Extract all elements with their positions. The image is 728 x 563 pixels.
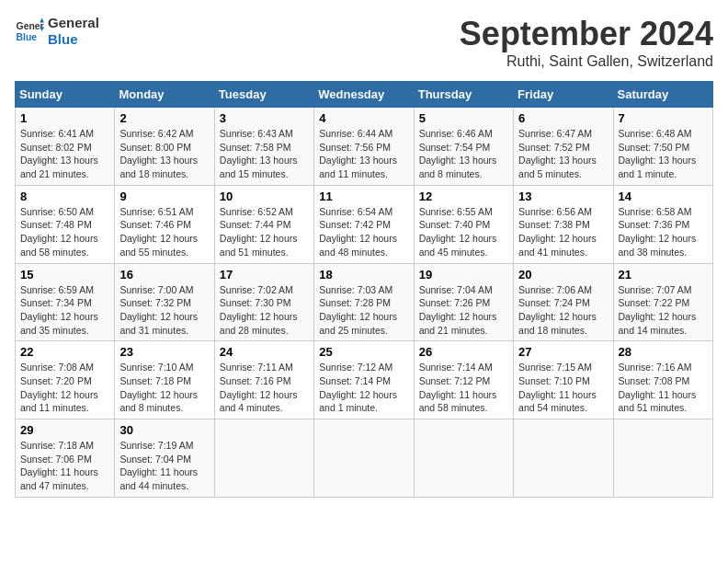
week-row-5: 29Sunrise: 7:18 AM Sunset: 7:06 PM Dayli… bbox=[16, 419, 713, 498]
week-row-3: 15Sunrise: 6:59 AM Sunset: 7:34 PM Dayli… bbox=[16, 263, 713, 341]
day-number: 6 bbox=[518, 111, 608, 125]
calendar-cell: 29Sunrise: 7:18 AM Sunset: 7:06 PM Dayli… bbox=[16, 419, 115, 498]
day-number: 8 bbox=[20, 190, 109, 203]
day-number: 27 bbox=[518, 345, 608, 359]
calendar-cell: 4Sunrise: 6:44 AM Sunset: 7:56 PM Daylig… bbox=[314, 108, 414, 186]
day-number: 29 bbox=[20, 423, 109, 437]
day-info: Sunrise: 6:46 AM Sunset: 7:54 PM Dayligh… bbox=[419, 127, 508, 181]
calendar-cell: 8Sunrise: 6:50 AM Sunset: 7:48 PM Daylig… bbox=[16, 185, 115, 263]
calendar-cell bbox=[514, 419, 613, 498]
day-info: Sunrise: 7:07 AM Sunset: 7:22 PM Dayligh… bbox=[619, 283, 708, 338]
day-info: Sunrise: 7:15 AM Sunset: 7:10 PM Dayligh… bbox=[518, 361, 608, 415]
day-number: 15 bbox=[20, 268, 109, 282]
day-number: 3 bbox=[220, 111, 309, 125]
day-info: Sunrise: 7:11 AM Sunset: 7:16 PM Dayligh… bbox=[220, 361, 309, 415]
calendar-cell: 25Sunrise: 7:12 AM Sunset: 7:14 PM Dayli… bbox=[314, 341, 414, 419]
calendar-cell bbox=[613, 419, 712, 498]
day-info: Sunrise: 6:48 AM Sunset: 7:50 PM Dayligh… bbox=[619, 127, 708, 181]
header-cell-thursday: Thursday bbox=[414, 82, 513, 108]
calendar-cell: 7Sunrise: 6:48 AM Sunset: 7:50 PM Daylig… bbox=[613, 108, 712, 186]
header: General Blue General Blue September 2024… bbox=[15, 15, 713, 70]
day-number: 4 bbox=[319, 111, 408, 125]
header-cell-saturday: Saturday bbox=[613, 82, 712, 108]
day-info: Sunrise: 7:04 AM Sunset: 7:26 PM Dayligh… bbox=[419, 283, 508, 338]
day-number: 11 bbox=[319, 190, 408, 203]
day-info: Sunrise: 7:10 AM Sunset: 7:18 PM Dayligh… bbox=[119, 361, 209, 415]
day-number: 28 bbox=[619, 345, 708, 359]
calendar-cell: 20Sunrise: 7:06 AM Sunset: 7:24 PM Dayli… bbox=[514, 263, 613, 341]
day-info: Sunrise: 7:00 AM Sunset: 7:32 PM Dayligh… bbox=[119, 283, 209, 338]
calendar-cell: 2Sunrise: 6:42 AM Sunset: 8:00 PM Daylig… bbox=[115, 108, 214, 186]
logo-line2: Blue bbox=[48, 31, 99, 48]
calendar-cell: 5Sunrise: 6:46 AM Sunset: 7:54 PM Daylig… bbox=[414, 108, 513, 186]
logo-icon: General Blue bbox=[15, 17, 44, 46]
svg-text:General: General bbox=[17, 21, 44, 31]
day-info: Sunrise: 6:59 AM Sunset: 7:34 PM Dayligh… bbox=[20, 283, 109, 338]
day-info: Sunrise: 7:08 AM Sunset: 7:20 PM Dayligh… bbox=[20, 361, 109, 415]
day-number: 7 bbox=[619, 111, 708, 125]
day-number: 20 bbox=[518, 268, 608, 282]
calendar-cell: 13Sunrise: 6:56 AM Sunset: 7:38 PM Dayli… bbox=[514, 185, 613, 263]
week-row-2: 8Sunrise: 6:50 AM Sunset: 7:48 PM Daylig… bbox=[16, 185, 713, 263]
calendar-cell: 30Sunrise: 7:19 AM Sunset: 7:04 PM Dayli… bbox=[115, 419, 214, 498]
calendar-cell: 17Sunrise: 7:02 AM Sunset: 7:30 PM Dayli… bbox=[214, 263, 313, 341]
title-block: September 2024 Ruthi, Saint Gallen, Swit… bbox=[460, 15, 713, 70]
day-number: 16 bbox=[119, 268, 209, 282]
day-number: 18 bbox=[319, 268, 408, 282]
day-info: Sunrise: 6:55 AM Sunset: 7:40 PM Dayligh… bbox=[419, 205, 508, 259]
header-cell-tuesday: Tuesday bbox=[214, 82, 313, 108]
day-info: Sunrise: 7:16 AM Sunset: 7:08 PM Dayligh… bbox=[619, 361, 708, 415]
logo: General Blue General Blue bbox=[15, 15, 99, 48]
calendar-cell: 15Sunrise: 6:59 AM Sunset: 7:34 PM Dayli… bbox=[16, 263, 115, 341]
header-cell-sunday: Sunday bbox=[16, 82, 115, 108]
day-number: 17 bbox=[220, 268, 309, 282]
calendar-cell: 23Sunrise: 7:10 AM Sunset: 7:18 PM Dayli… bbox=[115, 341, 214, 419]
day-info: Sunrise: 7:12 AM Sunset: 7:14 PM Dayligh… bbox=[319, 361, 408, 415]
calendar-cell: 6Sunrise: 6:47 AM Sunset: 7:52 PM Daylig… bbox=[514, 108, 613, 186]
day-number: 12 bbox=[419, 190, 508, 203]
calendar-cell: 14Sunrise: 6:58 AM Sunset: 7:36 PM Dayli… bbox=[613, 185, 712, 263]
day-number: 1 bbox=[20, 111, 109, 125]
day-number: 21 bbox=[619, 268, 708, 282]
calendar-cell: 11Sunrise: 6:54 AM Sunset: 7:42 PM Dayli… bbox=[314, 185, 414, 263]
calendar-cell: 16Sunrise: 7:00 AM Sunset: 7:32 PM Dayli… bbox=[115, 263, 214, 341]
day-info: Sunrise: 7:02 AM Sunset: 7:30 PM Dayligh… bbox=[220, 283, 309, 338]
day-info: Sunrise: 6:51 AM Sunset: 7:46 PM Dayligh… bbox=[119, 205, 209, 259]
calendar-cell: 26Sunrise: 7:14 AM Sunset: 7:12 PM Dayli… bbox=[414, 341, 513, 419]
day-info: Sunrise: 7:18 AM Sunset: 7:06 PM Dayligh… bbox=[20, 439, 109, 493]
day-info: Sunrise: 6:54 AM Sunset: 7:42 PM Dayligh… bbox=[319, 205, 408, 259]
calendar-cell bbox=[214, 419, 313, 498]
day-info: Sunrise: 7:14 AM Sunset: 7:12 PM Dayligh… bbox=[419, 361, 508, 415]
header-cell-friday: Friday bbox=[514, 82, 613, 108]
calendar-cell: 18Sunrise: 7:03 AM Sunset: 7:28 PM Dayli… bbox=[314, 263, 414, 341]
day-number: 23 bbox=[119, 345, 209, 359]
day-number: 5 bbox=[419, 111, 508, 125]
header-cell-wednesday: Wednesday bbox=[314, 82, 414, 108]
day-number: 25 bbox=[319, 345, 408, 359]
day-info: Sunrise: 7:19 AM Sunset: 7:04 PM Dayligh… bbox=[119, 439, 209, 493]
day-number: 9 bbox=[119, 190, 209, 203]
day-info: Sunrise: 7:03 AM Sunset: 7:28 PM Dayligh… bbox=[319, 283, 408, 338]
calendar-cell: 19Sunrise: 7:04 AM Sunset: 7:26 PM Dayli… bbox=[414, 263, 513, 341]
day-info: Sunrise: 6:44 AM Sunset: 7:56 PM Dayligh… bbox=[319, 127, 408, 181]
day-number: 19 bbox=[419, 268, 508, 282]
calendar-cell bbox=[414, 419, 513, 498]
day-info: Sunrise: 6:41 AM Sunset: 8:02 PM Dayligh… bbox=[20, 127, 109, 181]
day-number: 22 bbox=[20, 345, 109, 359]
day-number: 30 bbox=[119, 423, 209, 437]
calendar-cell: 24Sunrise: 7:11 AM Sunset: 7:16 PM Dayli… bbox=[214, 341, 313, 419]
logo-line1: General bbox=[48, 15, 99, 31]
day-number: 14 bbox=[619, 190, 708, 203]
calendar-cell: 27Sunrise: 7:15 AM Sunset: 7:10 PM Dayli… bbox=[514, 341, 613, 419]
calendar-cell: 28Sunrise: 7:16 AM Sunset: 7:08 PM Dayli… bbox=[613, 341, 712, 419]
day-info: Sunrise: 6:56 AM Sunset: 7:38 PM Dayligh… bbox=[518, 205, 608, 259]
calendar-cell: 1Sunrise: 6:41 AM Sunset: 8:02 PM Daylig… bbox=[16, 108, 115, 186]
calendar-cell: 12Sunrise: 6:55 AM Sunset: 7:40 PM Dayli… bbox=[414, 185, 513, 263]
calendar-cell: 3Sunrise: 6:43 AM Sunset: 7:58 PM Daylig… bbox=[214, 108, 313, 186]
day-number: 10 bbox=[220, 190, 309, 203]
day-number: 26 bbox=[419, 345, 508, 359]
calendar-table: SundayMondayTuesdayWednesdayThursdayFrid… bbox=[15, 81, 713, 498]
week-row-1: 1Sunrise: 6:41 AM Sunset: 8:02 PM Daylig… bbox=[16, 108, 713, 186]
day-number: 24 bbox=[220, 345, 309, 359]
week-row-4: 22Sunrise: 7:08 AM Sunset: 7:20 PM Dayli… bbox=[16, 341, 713, 419]
